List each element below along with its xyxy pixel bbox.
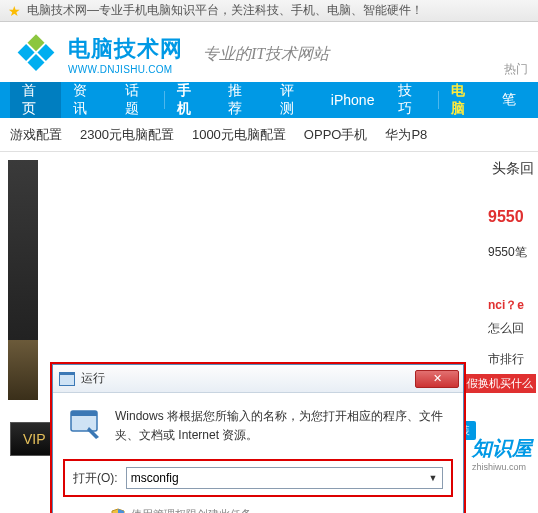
badge-en: zhishiwu.com bbox=[472, 462, 532, 472]
run-app-icon bbox=[69, 407, 103, 441]
run-dialog: 运行 ✕ Windows 将根据您所输入的名称，为您打开相应的程序、文件夹、文档… bbox=[52, 364, 464, 513]
open-input[interactable] bbox=[126, 467, 443, 489]
headline-label: 头条回 bbox=[492, 160, 534, 178]
svg-rect-7 bbox=[71, 411, 97, 416]
logo-en: WWW.DNJISHU.COM bbox=[68, 64, 183, 75]
sidebar-right: 9550 9550笔 nci？e 怎么回 市排行 bbox=[488, 202, 534, 372]
nav-review[interactable]: 评测 bbox=[268, 82, 319, 118]
subnav-1000[interactable]: 1000元电脑配置 bbox=[192, 126, 286, 144]
side-link-3[interactable]: nci？e bbox=[488, 297, 534, 314]
dialog-title: 运行 bbox=[81, 370, 409, 387]
site-header: 电脑技术网 WWW.DNJISHU.COM 专业的IT技术网站 热门 bbox=[0, 22, 538, 82]
shield-icon bbox=[111, 508, 125, 513]
side-link-5[interactable]: 市排行 bbox=[488, 351, 534, 368]
open-label: 打开(O): bbox=[73, 470, 118, 487]
nav-computer[interactable]: 电脑 bbox=[439, 82, 490, 118]
open-combobox[interactable]: ▼ bbox=[126, 467, 443, 489]
logo-cn: 电脑技术网 bbox=[68, 34, 183, 64]
nav-topic[interactable]: 话题 bbox=[113, 82, 164, 118]
main-nav: 首页 资讯 话题 手机 推荐 评测 iPhone 技巧 电脑 笔 bbox=[0, 82, 538, 118]
nav-home[interactable]: 首页 bbox=[10, 82, 61, 118]
nav-phone[interactable]: 手机 bbox=[165, 82, 216, 118]
hotword-label: 热门 bbox=[504, 61, 528, 78]
logo-text[interactable]: 电脑技术网 WWW.DNJISHU.COM bbox=[68, 34, 183, 75]
browser-bookmark-bar: ★ 电脑技术网—专业手机电脑知识平台，关注科技、手机、电脑、智能硬件！ bbox=[0, 0, 538, 22]
vip-label: VIP bbox=[23, 431, 46, 447]
open-field-highlight: 打开(O): ▼ bbox=[63, 459, 453, 497]
side-link-4[interactable]: 怎么回 bbox=[488, 320, 534, 337]
chevron-down-icon[interactable]: ▼ bbox=[425, 469, 441, 487]
dialog-titlebar[interactable]: 运行 ✕ bbox=[53, 365, 463, 393]
close-button[interactable]: ✕ bbox=[415, 370, 459, 388]
nav-tips[interactable]: 技巧 bbox=[386, 82, 437, 118]
nav-iphone[interactable]: iPhone bbox=[319, 82, 387, 118]
sub-nav: 游戏配置 2300元电脑配置 1000元电脑配置 OPPO手机 华为P8 bbox=[0, 118, 538, 152]
content-area: 头条回 9550 9550笔 nci？e 怎么回 市排行 暑假换机买什么 VIP… bbox=[0, 152, 538, 492]
star-icon: ★ bbox=[8, 3, 21, 19]
nav-more[interactable]: 笔 bbox=[490, 82, 528, 118]
subnav-huawei[interactable]: 华为P8 bbox=[385, 126, 427, 144]
close-icon: ✕ bbox=[433, 372, 442, 385]
nav-news[interactable]: 资讯 bbox=[61, 82, 112, 118]
admin-note-text: 使用管理权限创建此任务。 bbox=[131, 507, 263, 513]
subnav-oppo[interactable]: OPPO手机 bbox=[304, 126, 368, 144]
svg-rect-5 bbox=[60, 375, 74, 385]
bookmark-title[interactable]: 电脑技术网—专业手机电脑知识平台，关注科技、手机、电脑、智能硬件！ bbox=[27, 2, 423, 19]
article-image-strip bbox=[8, 160, 38, 400]
badge-cn: 知识屋 bbox=[472, 435, 532, 462]
run-window-icon bbox=[59, 372, 75, 386]
subnav-game[interactable]: 游戏配置 bbox=[10, 126, 62, 144]
side-link-2[interactable]: 9550笔 bbox=[488, 244, 534, 261]
subnav-2300[interactable]: 2300元电脑配置 bbox=[80, 126, 174, 144]
admin-note: 使用管理权限创建此任务。 bbox=[111, 507, 447, 513]
side-link-1[interactable]: 9550 bbox=[488, 208, 534, 226]
site-slogan: 专业的IT技术网站 bbox=[203, 44, 329, 65]
run-dialog-highlight: 运行 ✕ Windows 将根据您所输入的名称，为您打开相应的程序、文件夹、文档… bbox=[50, 362, 466, 513]
dialog-body: Windows 将根据您所输入的名称，为您打开相应的程序、文件夹、文档或 Int… bbox=[53, 393, 463, 513]
nav-recommend[interactable]: 推荐 bbox=[216, 82, 267, 118]
dialog-description: Windows 将根据您所输入的名称，为您打开相应的程序、文件夹、文档或 Int… bbox=[115, 407, 447, 445]
logo-icon[interactable] bbox=[14, 32, 58, 76]
